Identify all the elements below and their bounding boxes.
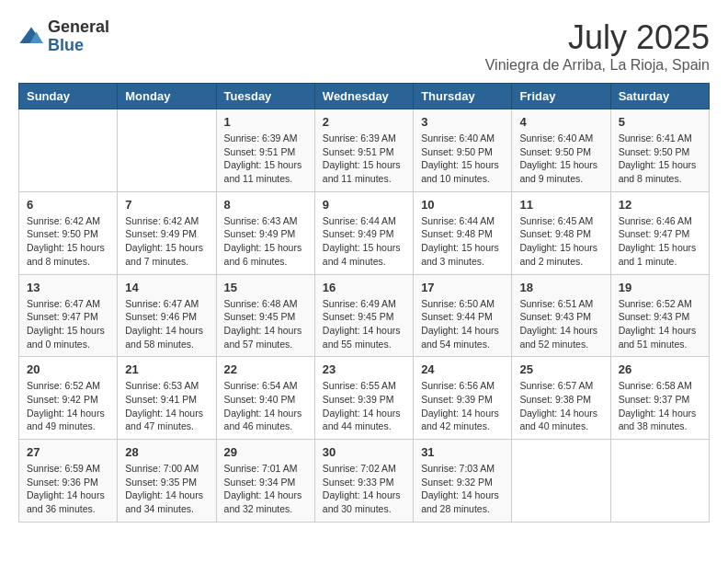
day-number: 19 (619, 281, 701, 294)
calendar-cell: 12Sunrise: 6:46 AM Sunset: 9:47 PM Dayli… (610, 191, 709, 274)
logo-blue-text: Blue (48, 37, 109, 55)
day-details: Sunrise: 6:40 AM Sunset: 9:50 PM Dayligh… (519, 132, 602, 186)
day-details: Sunrise: 6:54 AM Sunset: 9:40 PM Dayligh… (224, 379, 307, 433)
calendar-cell (512, 440, 610, 523)
calendar-cell: 25Sunrise: 6:57 AM Sunset: 9:38 PM Dayli… (512, 357, 610, 440)
calendar-cell: 30Sunrise: 7:02 AM Sunset: 9:33 PM Dayli… (314, 440, 413, 523)
calendar-table: SundayMondayTuesdayWednesdayThursdayFrid… (18, 83, 710, 523)
day-number: 5 (619, 115, 701, 129)
logo-general-text: General (48, 18, 109, 37)
day-details: Sunrise: 6:58 AM Sunset: 9:37 PM Dayligh… (619, 379, 701, 433)
day-number: 12 (619, 198, 701, 212)
day-number: 25 (519, 362, 602, 376)
day-number: 15 (224, 281, 307, 294)
calendar-cell: 23Sunrise: 6:55 AM Sunset: 9:39 PM Dayli… (314, 357, 413, 440)
day-number: 10 (421, 198, 504, 212)
day-details: Sunrise: 6:56 AM Sunset: 9:39 PM Dayligh… (421, 379, 504, 433)
calendar-cell: 17Sunrise: 6:50 AM Sunset: 9:44 PM Dayli… (414, 274, 512, 357)
day-header-sunday: Sunday (19, 84, 118, 109)
calendar-cell: 22Sunrise: 6:54 AM Sunset: 9:40 PM Dayli… (216, 357, 314, 440)
calendar-cell: 14Sunrise: 6:47 AM Sunset: 9:46 PM Dayli… (118, 274, 216, 357)
calendar-week-1: 1Sunrise: 6:39 AM Sunset: 9:51 PM Daylig… (19, 109, 710, 192)
day-number: 3 (421, 115, 504, 129)
day-number: 11 (519, 198, 602, 212)
day-details: Sunrise: 7:00 AM Sunset: 9:35 PM Dayligh… (125, 462, 208, 516)
day-details: Sunrise: 7:02 AM Sunset: 9:33 PM Dayligh… (323, 462, 405, 516)
calendar-week-3: 13Sunrise: 6:47 AM Sunset: 9:47 PM Dayli… (19, 274, 710, 357)
day-number: 2 (323, 115, 405, 129)
day-details: Sunrise: 7:01 AM Sunset: 9:34 PM Dayligh… (224, 462, 307, 516)
calendar-cell (610, 440, 709, 523)
day-details: Sunrise: 6:50 AM Sunset: 9:44 PM Dayligh… (421, 297, 504, 351)
day-number: 13 (27, 281, 109, 294)
calendar-cell: 29Sunrise: 7:01 AM Sunset: 9:34 PM Dayli… (216, 440, 314, 523)
calendar-cell: 31Sunrise: 7:03 AM Sunset: 9:32 PM Dayli… (414, 440, 512, 523)
calendar-cell: 6Sunrise: 6:42 AM Sunset: 9:50 PM Daylig… (19, 191, 118, 274)
day-details: Sunrise: 6:41 AM Sunset: 9:50 PM Dayligh… (619, 132, 701, 186)
calendar-cell: 3Sunrise: 6:40 AM Sunset: 9:50 PM Daylig… (414, 109, 512, 192)
day-header-wednesday: Wednesday (314, 84, 413, 109)
day-details: Sunrise: 6:42 AM Sunset: 9:50 PM Dayligh… (27, 214, 109, 269)
day-details: Sunrise: 6:59 AM Sunset: 9:36 PM Dayligh… (27, 462, 109, 516)
day-details: Sunrise: 6:55 AM Sunset: 9:39 PM Dayligh… (323, 379, 405, 433)
day-details: Sunrise: 6:49 AM Sunset: 9:45 PM Dayligh… (323, 297, 405, 351)
day-details: Sunrise: 6:43 AM Sunset: 9:49 PM Dayligh… (224, 214, 307, 269)
day-details: Sunrise: 6:46 AM Sunset: 9:47 PM Dayligh… (619, 214, 701, 269)
day-number: 6 (27, 198, 109, 212)
calendar-cell: 21Sunrise: 6:53 AM Sunset: 9:41 PM Dayli… (118, 357, 216, 440)
calendar-cell: 26Sunrise: 6:58 AM Sunset: 9:37 PM Dayli… (610, 357, 709, 440)
calendar-cell: 27Sunrise: 6:59 AM Sunset: 9:36 PM Dayli… (19, 440, 118, 523)
day-details: Sunrise: 6:51 AM Sunset: 9:43 PM Dayligh… (519, 297, 602, 351)
location-title: Viniegra de Arriba, La Rioja, Spain (485, 57, 710, 74)
calendar-cell: 19Sunrise: 6:52 AM Sunset: 9:43 PM Dayli… (610, 274, 709, 357)
calendar-cell: 18Sunrise: 6:51 AM Sunset: 9:43 PM Dayli… (512, 274, 610, 357)
calendar-week-5: 27Sunrise: 6:59 AM Sunset: 9:36 PM Dayli… (19, 440, 710, 523)
month-title: July 2025 (485, 18, 710, 57)
day-number: 31 (421, 445, 504, 459)
day-details: Sunrise: 6:44 AM Sunset: 9:48 PM Dayligh… (421, 214, 504, 269)
day-header-tuesday: Tuesday (216, 84, 314, 109)
calendar-week-4: 20Sunrise: 6:52 AM Sunset: 9:42 PM Dayli… (19, 357, 710, 440)
calendar-cell: 15Sunrise: 6:48 AM Sunset: 9:45 PM Dayli… (216, 274, 314, 357)
logo-icon (18, 24, 44, 50)
day-details: Sunrise: 6:47 AM Sunset: 9:46 PM Dayligh… (125, 297, 208, 351)
day-details: Sunrise: 7:03 AM Sunset: 9:32 PM Dayligh… (421, 462, 504, 516)
calendar-cell: 4Sunrise: 6:40 AM Sunset: 9:50 PM Daylig… (512, 109, 610, 192)
calendar-cell: 10Sunrise: 6:44 AM Sunset: 9:48 PM Dayli… (414, 191, 512, 274)
day-number: 1 (224, 115, 307, 129)
day-number: 7 (125, 198, 208, 212)
day-details: Sunrise: 6:45 AM Sunset: 9:48 PM Dayligh… (519, 214, 602, 269)
calendar-cell: 16Sunrise: 6:49 AM Sunset: 9:45 PM Dayli… (314, 274, 413, 357)
day-number: 24 (421, 362, 504, 376)
day-number: 8 (224, 198, 307, 212)
calendar-cell: 11Sunrise: 6:45 AM Sunset: 9:48 PM Dayli… (512, 191, 610, 274)
day-number: 26 (619, 362, 701, 376)
calendar-cell: 13Sunrise: 6:47 AM Sunset: 9:47 PM Dayli… (19, 274, 118, 357)
calendar-cell: 24Sunrise: 6:56 AM Sunset: 9:39 PM Dayli… (414, 357, 512, 440)
day-details: Sunrise: 6:42 AM Sunset: 9:49 PM Dayligh… (125, 214, 208, 269)
calendar-cell: 7Sunrise: 6:42 AM Sunset: 9:49 PM Daylig… (118, 191, 216, 274)
logo: General Blue (18, 18, 109, 55)
calendar-cell (19, 109, 118, 192)
day-number: 4 (519, 115, 602, 129)
day-header-saturday: Saturday (610, 84, 709, 109)
day-details: Sunrise: 6:48 AM Sunset: 9:45 PM Dayligh… (224, 297, 307, 351)
day-details: Sunrise: 6:39 AM Sunset: 9:51 PM Dayligh… (323, 132, 405, 186)
calendar-cell: 8Sunrise: 6:43 AM Sunset: 9:49 PM Daylig… (216, 191, 314, 274)
page-header: General Blue July 2025 Viniegra de Arrib… (18, 18, 710, 74)
day-details: Sunrise: 6:52 AM Sunset: 9:42 PM Dayligh… (27, 379, 109, 433)
calendar-week-2: 6Sunrise: 6:42 AM Sunset: 9:50 PM Daylig… (19, 191, 710, 274)
day-number: 16 (323, 281, 405, 294)
day-details: Sunrise: 6:57 AM Sunset: 9:38 PM Dayligh… (519, 379, 602, 433)
day-number: 20 (27, 362, 109, 376)
day-number: 9 (323, 198, 405, 212)
day-number: 29 (224, 445, 307, 459)
day-details: Sunrise: 6:53 AM Sunset: 9:41 PM Dayligh… (125, 379, 208, 433)
calendar-header-row: SundayMondayTuesdayWednesdayThursdayFrid… (19, 84, 710, 109)
day-header-monday: Monday (118, 84, 216, 109)
day-header-friday: Friday (512, 84, 610, 109)
day-number: 23 (323, 362, 405, 376)
day-number: 21 (125, 362, 208, 376)
calendar-cell: 28Sunrise: 7:00 AM Sunset: 9:35 PM Dayli… (118, 440, 216, 523)
day-number: 14 (125, 281, 208, 294)
